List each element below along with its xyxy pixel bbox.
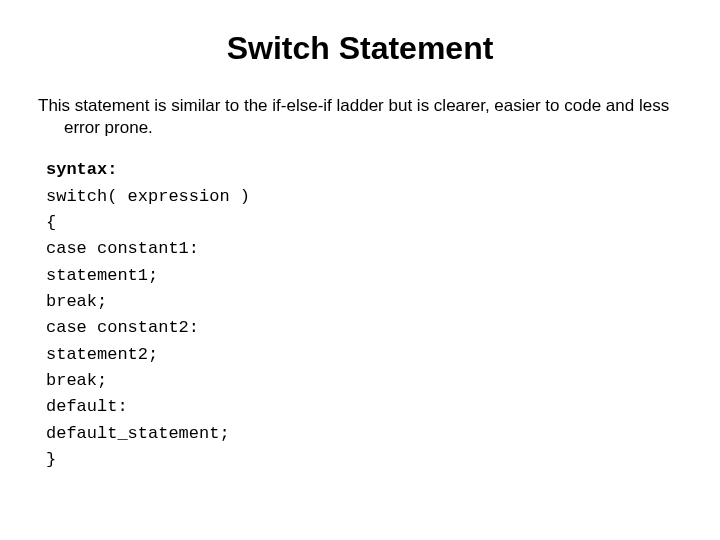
code-line: default: xyxy=(46,394,682,420)
description-text: This statement is similar to the if-else… xyxy=(64,95,682,139)
code-block: syntax: switch( expression ) { case cons… xyxy=(38,157,682,473)
code-line: { xyxy=(46,210,682,236)
code-line: } xyxy=(46,447,682,473)
code-line: break; xyxy=(46,289,682,315)
code-line: statement1; xyxy=(46,263,682,289)
syntax-label: syntax: xyxy=(46,157,682,183)
code-line: default_statement; xyxy=(46,421,682,447)
code-line: switch( expression ) xyxy=(46,184,682,210)
code-line: break; xyxy=(46,368,682,394)
page-title: Switch Statement xyxy=(38,30,682,67)
code-line: case constant1: xyxy=(46,236,682,262)
code-line: case constant2: xyxy=(46,315,682,341)
code-line: statement2; xyxy=(46,342,682,368)
